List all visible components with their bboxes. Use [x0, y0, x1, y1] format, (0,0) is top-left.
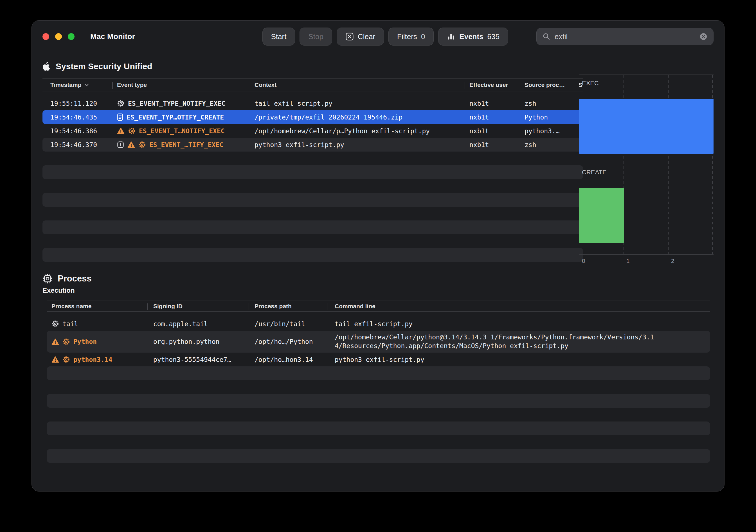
chart-bar-exec: [579, 99, 714, 154]
chart-category-label: CREATE: [579, 169, 714, 177]
event-row-empty: [42, 248, 583, 262]
process-row-empty: [47, 408, 710, 421]
seal-gear-icon: [117, 99, 124, 107]
process-section-header: Process: [42, 273, 714, 285]
start-button[interactable]: Start: [262, 28, 295, 45]
event-type-chart: EXEC CREATE 0 1 2: [579, 74, 714, 267]
clear-button-label: Clear: [358, 32, 375, 41]
process-row-empty: [47, 421, 710, 435]
event-effective-user: nxb1t: [465, 100, 520, 107]
process-row[interactable]: python3.14 python3-55554944ce7… /opt/ho……: [47, 353, 710, 366]
process-row-empty: [47, 380, 710, 394]
column-header-process-path[interactable]: Process path: [249, 301, 327, 311]
bar-chart-icon: [447, 32, 455, 41]
filters-count: 0: [421, 32, 425, 41]
warning-triangle-icon: [127, 141, 135, 148]
process-name: Python: [73, 338, 97, 345]
event-type: ES_EVENT_TYPE_NOTIFY_EXEC: [128, 100, 225, 107]
process-row-empty: [47, 435, 710, 449]
events-count: 635: [487, 32, 500, 41]
process-rows: tail com.apple.tail /usr/bin/tail tail e…: [42, 317, 714, 477]
events-table: Timestamp Event type Context Effective u…: [42, 78, 583, 262]
process-command: python3 exfil-script.py: [327, 356, 710, 363]
clear-button[interactable]: Clear: [337, 28, 384, 45]
sort-chevron-down-icon: [84, 83, 89, 87]
event-row-empty: [42, 179, 583, 193]
event-context: tail exfil-script.py: [250, 100, 465, 107]
process-table: Process name Signing ID Process path Com…: [42, 301, 714, 477]
event-timestamp: 19:54:46.370: [42, 141, 112, 148]
process-section-title: Process: [58, 274, 92, 284]
process-path: /opt/ho…/Python: [249, 338, 327, 345]
seal-gear-icon: [128, 127, 136, 135]
process-command: /opt/homebrew/Cellar/python@3.14/3.14.3_…: [327, 333, 710, 350]
filters-button[interactable]: Filters 0: [389, 28, 434, 45]
chart-band-create: CREATE: [579, 164, 714, 255]
zoom-window-button[interactable]: [68, 33, 74, 40]
search-input[interactable]: exfil: [536, 28, 714, 45]
column-header-source-process[interactable]: Source proc…: [520, 79, 574, 91]
close-window-button[interactable]: [42, 33, 49, 40]
event-source-process: zsh: [520, 141, 574, 148]
chart-tick-0: 0: [582, 257, 585, 264]
event-row-empty: [42, 234, 583, 248]
chart-bar-create: [579, 188, 624, 243]
event-row-empty: [42, 193, 583, 207]
events-table-header: Timestamp Event type Context Effective u…: [42, 78, 583, 92]
events-section-header: System Security Unified: [42, 60, 714, 73]
search-value: exfil: [554, 32, 695, 41]
event-timestamp: 19:54:46.435: [42, 114, 112, 121]
process-signing-id: python3-55554944ce7…: [148, 356, 249, 363]
column-header-timestamp[interactable]: Timestamp: [42, 79, 112, 91]
column-header-context[interactable]: Context: [250, 79, 465, 91]
process-row-empty: [47, 394, 710, 408]
filters-button-label: Filters: [397, 32, 417, 41]
process-row-empty: [47, 366, 710, 380]
column-header-event-type[interactable]: Event type: [112, 79, 250, 91]
search-clear-button[interactable]: [699, 32, 708, 41]
process-subtitle: Execution: [42, 286, 714, 294]
process-signing-id: org.python.python: [148, 338, 249, 345]
event-context: /opt/homebrew/Cellar/p…Python exfil-scri…: [250, 127, 465, 135]
event-row-empty: [42, 207, 583, 221]
event-context: /private/tmp/exfil_20260224_195446.zip: [250, 114, 465, 121]
event-row-selected[interactable]: 19:54:46.435 ES_EVENT_TYP…OTIFY_CREATE /…: [42, 110, 583, 124]
process-command: tail exfil-script.py: [327, 320, 710, 328]
events-area: Timestamp Event type Context Effective u…: [42, 78, 714, 262]
event-row[interactable]: 19:54:46.370 ES_EVENT_…TIFY_EXEC: [42, 138, 583, 151]
events-button-label: Events: [459, 32, 483, 41]
events-rows: 19:55:11.120 ES_EVENT_TYPE_NOTIFY_EXEC t…: [42, 96, 583, 262]
stop-button-label: Stop: [308, 32, 323, 41]
toolbar: Start Stop Clear Filters 0 Events 635: [262, 28, 508, 45]
events-button[interactable]: Events 635: [438, 28, 508, 45]
event-type: ES_EVENT_…TIFY_EXEC: [149, 141, 223, 148]
event-effective-user: nxb1t: [465, 127, 520, 135]
start-button-label: Start: [271, 32, 286, 41]
process-signing-id: com.apple.tail: [148, 320, 249, 328]
event-source-process: Python: [520, 114, 574, 121]
minimize-window-button[interactable]: [55, 33, 62, 40]
process-row[interactable]: Python org.python.python /opt/ho…/Python…: [47, 331, 710, 353]
process-row[interactable]: tail com.apple.tail /usr/bin/tail tail e…: [47, 317, 710, 331]
chart-band-exec: EXEC: [579, 75, 714, 164]
titlebar: Mac Monitor Start Stop Clear Filters 0: [32, 20, 724, 53]
events-section-title: System Security Unified: [56, 62, 152, 71]
process-name: tail: [63, 320, 78, 328]
column-header-effective-user[interactable]: Effective user: [465, 79, 520, 91]
cpu-chip-icon: [42, 274, 53, 284]
process-path: /opt/ho…hon3.14: [249, 356, 327, 363]
column-header-signing-id[interactable]: Signing ID: [148, 301, 249, 311]
doc-text-icon: [117, 113, 123, 121]
event-row[interactable]: 19:54:46.386 ES_EVENT_T…NOTIFY_EXEC /opt…: [42, 124, 583, 138]
column-header-process-name[interactable]: Process name: [47, 301, 148, 311]
stop-button[interactable]: Stop: [300, 28, 332, 45]
chart-plot: EXEC CREATE: [579, 74, 714, 255]
search-icon: [542, 32, 551, 41]
window-controls: [42, 33, 74, 40]
column-header-command-line[interactable]: Command line: [327, 301, 710, 311]
app-title: Mac Monitor: [90, 32, 135, 41]
clear-square-x-icon: [345, 32, 354, 41]
event-timestamp: 19:54:46.386: [42, 127, 112, 135]
process-name: python3.14: [73, 356, 112, 363]
event-row[interactable]: 19:55:11.120 ES_EVENT_TYPE_NOTIFY_EXEC t…: [42, 96, 583, 110]
